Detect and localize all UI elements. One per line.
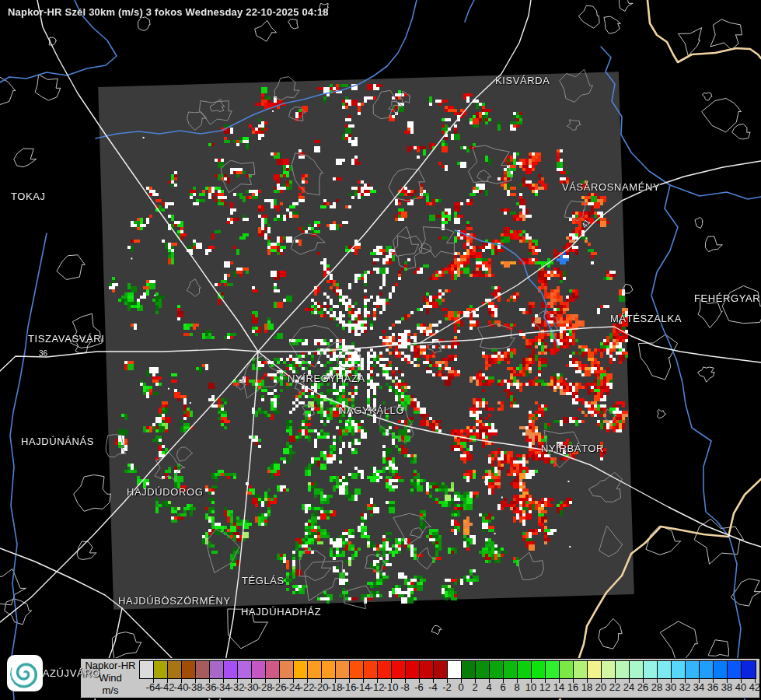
legend-swatch <box>714 661 728 678</box>
legend-swatch <box>168 661 182 678</box>
legend-step-label: 32 <box>679 681 690 693</box>
legend-swatch <box>308 661 322 678</box>
legend-swatch <box>266 661 280 678</box>
legend-swatch <box>364 661 378 678</box>
legend-step-label: 6 <box>500 681 505 693</box>
legend-swatch <box>420 661 434 678</box>
legend-step-label: -64 <box>146 681 161 693</box>
color-scale-legend: Napkor-HR Wind m/s -64-42-40-38-36-34-32… <box>80 658 760 698</box>
legend-swatch <box>644 661 658 678</box>
legend-swatch <box>700 661 714 678</box>
legend-step-label: -36 <box>202 681 217 693</box>
legend-step-label: -18 <box>328 681 343 693</box>
legend-swatch <box>322 661 336 678</box>
legend-swatch <box>560 661 574 678</box>
legend-step-label: -30 <box>244 681 259 693</box>
legend-step-label: 18 <box>581 681 592 693</box>
legend-swatch <box>252 661 266 678</box>
product-title: Napkor-HR Szél 30km (m/s) 3 fokos Wednes… <box>8 6 329 18</box>
legend-swatch <box>728 661 742 678</box>
legend-step-label: -40 <box>174 681 189 693</box>
legend-step-label: -34 <box>216 681 231 693</box>
legend-swatch <box>672 661 686 678</box>
legend-swatch <box>434 661 448 678</box>
legend-step-label: -8 <box>400 681 410 693</box>
legend-swatch <box>532 661 546 678</box>
legend-color-scale <box>139 660 756 679</box>
legend-swatch <box>462 661 476 678</box>
legend-swatch <box>742 661 756 678</box>
legend-swatch <box>574 661 588 678</box>
legend-step-label: 20 <box>595 681 606 693</box>
legend-step-label: -26 <box>272 681 287 693</box>
legend-step-label: 36 <box>707 681 718 693</box>
legend-step-label: 26 <box>637 681 648 693</box>
legend-step-label: 4 <box>486 681 491 693</box>
legend-step-label: 2 <box>472 681 477 693</box>
legend-step-label: -32 <box>230 681 245 693</box>
legend-step-label: 12 <box>539 681 550 693</box>
legend-step-label: -10 <box>384 681 399 693</box>
legend-step-label: -22 <box>300 681 315 693</box>
legend-step-label: -28 <box>258 681 273 693</box>
legend-swatch <box>378 661 392 678</box>
legend-swatch <box>588 661 602 678</box>
legend-swatch <box>182 661 196 678</box>
legend-swatch <box>196 661 210 678</box>
legend-swatch <box>546 661 560 678</box>
legend-step-label: 16 <box>567 681 578 693</box>
legend-step-label: -42 <box>160 681 175 693</box>
legend-step-label: 24 <box>623 681 634 693</box>
radar-product-image: TOKAJKISVÁRDAVÁSÁROSNAMÉNYFEHÉRGYARMATMÁ… <box>0 0 761 700</box>
legend-swatch <box>140 661 154 678</box>
legend-step-label: 38 <box>721 681 732 693</box>
legend-step-label: 14 <box>553 681 564 693</box>
met-service-logo <box>7 655 43 691</box>
legend-swatch <box>224 661 238 678</box>
legend-swatch <box>518 661 532 678</box>
legend-step-label: 42 <box>749 681 760 693</box>
legend-swatch <box>504 661 518 678</box>
legend-step-label: 8 <box>514 681 519 693</box>
legend-swatch <box>392 661 406 678</box>
legend-step-label: 28 <box>651 681 662 693</box>
legend-swatch <box>350 661 364 678</box>
legend-step-label: 10 <box>525 681 536 693</box>
legend-step-label: -38 <box>188 681 203 693</box>
legend-step-label: 30 <box>665 681 676 693</box>
legend-swatch <box>154 661 168 678</box>
legend-step-label: -2 <box>442 681 452 693</box>
legend-swatch <box>490 661 504 678</box>
legend-swatch <box>602 661 616 678</box>
legend-step-label: -20 <box>314 681 329 693</box>
legend-swatch <box>336 661 350 678</box>
legend-step-label: -24 <box>286 681 301 693</box>
legend-swatch <box>294 661 308 678</box>
legend-step-label: -14 <box>356 681 371 693</box>
legend-swatch <box>686 661 700 678</box>
radar-velocity-data <box>0 0 761 700</box>
legend-swatch <box>406 661 420 678</box>
legend-swatch <box>210 661 224 678</box>
legend-step-label: 34 <box>693 681 704 693</box>
legend-step-label: 0 <box>458 681 463 693</box>
legend-swatch <box>238 661 252 678</box>
spiral-logo-icon <box>7 655 43 691</box>
legend-swatch <box>476 661 490 678</box>
legend-step-label: -16 <box>342 681 357 693</box>
legend-step-label: 40 <box>735 681 746 693</box>
legend-swatch <box>280 661 294 678</box>
legend-step-label: -12 <box>370 681 385 693</box>
legend-units: m/s <box>82 684 138 697</box>
legend-step-label: -4 <box>428 681 438 693</box>
legend-swatch <box>658 661 672 678</box>
legend-step-label: 22 <box>609 681 620 693</box>
legend-swatch <box>630 661 644 678</box>
legend-swatch <box>616 661 630 678</box>
legend-step-label: -6 <box>414 681 424 693</box>
legend-swatch <box>448 661 462 678</box>
